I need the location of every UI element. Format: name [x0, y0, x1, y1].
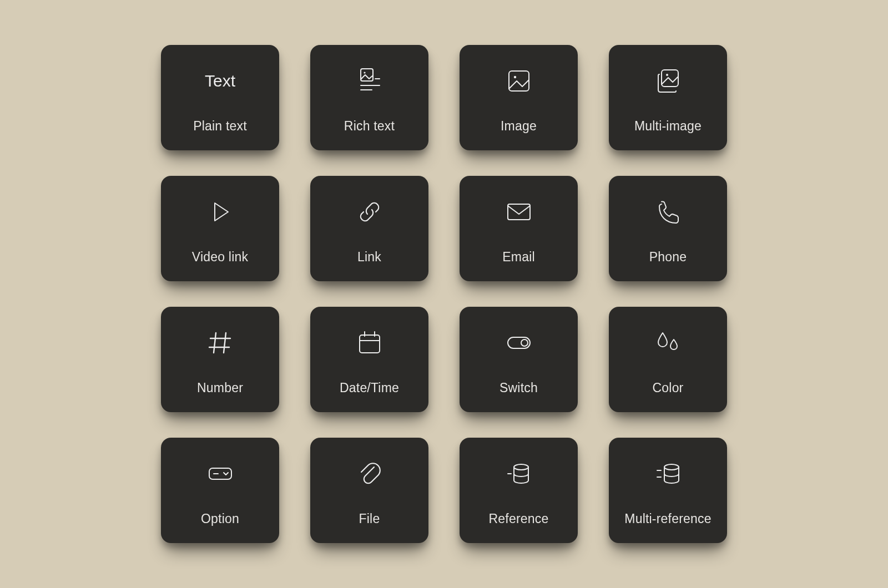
field-type-grid: Text Plain text Rich text Image: [161, 45, 727, 543]
svg-line-11: [224, 333, 226, 353]
hash-icon: [206, 328, 235, 357]
svg-rect-14: [360, 335, 380, 353]
tile-label: Date/Time: [340, 381, 399, 396]
calendar-icon: [355, 328, 384, 357]
rich-text-icon: [355, 67, 384, 95]
svg-rect-7: [662, 70, 678, 87]
svg-point-6: [513, 75, 516, 78]
svg-rect-9: [508, 204, 530, 220]
image-icon: [504, 67, 533, 95]
database-ref-icon: [504, 459, 533, 488]
text-icon: Text: [206, 67, 235, 95]
tile-label: Email: [502, 250, 535, 265]
tile-rich-text[interactable]: Rich text: [310, 45, 428, 150]
tile-multi-reference[interactable]: Multi-reference: [609, 438, 727, 543]
svg-point-8: [666, 74, 668, 76]
tile-video-link[interactable]: Video link: [161, 176, 279, 281]
svg-point-19: [521, 339, 528, 346]
tile-label: Multi-image: [634, 119, 702, 134]
tile-label: Plain text: [193, 119, 247, 134]
paperclip-icon: [355, 459, 384, 488]
tile-label: Number: [197, 381, 243, 396]
phone-icon: [654, 197, 683, 226]
tile-label: Switch: [500, 381, 538, 396]
tile-switch[interactable]: Switch: [460, 307, 578, 412]
svg-rect-5: [509, 71, 529, 91]
svg-line-10: [214, 333, 216, 353]
tile-label: Reference: [489, 511, 549, 526]
droplets-icon: [654, 328, 683, 357]
tile-color[interactable]: Color: [609, 307, 727, 412]
tile-reference[interactable]: Reference: [460, 438, 578, 543]
tile-date-time[interactable]: Date/Time: [310, 307, 428, 412]
svg-point-22: [514, 464, 528, 470]
tile-label: Phone: [649, 250, 687, 265]
option-icon: [206, 459, 235, 488]
multi-image-icon: [654, 67, 683, 95]
svg-rect-18: [508, 337, 530, 348]
play-icon: [206, 197, 235, 226]
svg-rect-0: [361, 69, 373, 81]
svg-point-1: [364, 72, 365, 73]
svg-rect-20: [209, 468, 231, 479]
tile-option[interactable]: Option: [161, 438, 279, 543]
link-icon: [355, 197, 384, 226]
tile-label: Option: [201, 511, 239, 526]
tile-image[interactable]: Image: [460, 45, 578, 150]
tile-label: File: [359, 511, 380, 526]
tile-label: Video link: [192, 250, 248, 265]
tile-email[interactable]: Email: [460, 176, 578, 281]
tile-label: Image: [501, 119, 537, 134]
toggle-icon: [504, 328, 533, 357]
svg-point-24: [664, 464, 679, 470]
database-multi-ref-icon: [654, 459, 683, 488]
tile-label: Link: [357, 250, 381, 265]
tile-multi-image[interactable]: Multi-image: [609, 45, 727, 150]
tile-phone[interactable]: Phone: [609, 176, 727, 281]
tile-link[interactable]: Link: [310, 176, 428, 281]
tile-plain-text[interactable]: Text Plain text: [161, 45, 279, 150]
mail-icon: [504, 197, 533, 226]
tile-label: Multi-reference: [624, 511, 711, 526]
tile-label: Color: [653, 381, 684, 396]
tile-label: Rich text: [344, 119, 395, 134]
tile-file[interactable]: File: [310, 438, 428, 543]
tile-number[interactable]: Number: [161, 307, 279, 412]
